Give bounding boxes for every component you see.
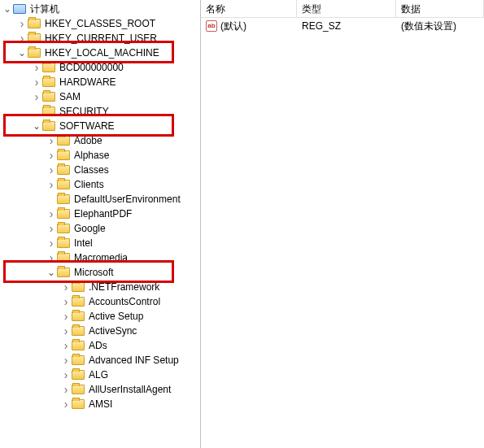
tree-item[interactable]: Microsoft — [0, 265, 200, 280]
tree-item[interactable]: Advanced INF Setup — [0, 353, 200, 368]
tree-item[interactable]: SAM — [0, 89, 200, 104]
tree-item[interactable]: SOFTWARE — [0, 119, 200, 133]
no-arrow — [46, 194, 57, 205]
tree-item[interactable]: ElephantPDF — [0, 207, 200, 221]
column-header-data[interactable]: 数据 — [396, 0, 484, 18]
list-body[interactable]: ab (默认) REG_SZ (数值未设置) — [201, 18, 484, 448]
chevron-right-icon[interactable] — [31, 62, 42, 73]
tree-item-label: ElephantPDF — [73, 207, 132, 221]
tree-item[interactable]: ADs — [0, 338, 200, 353]
chevron-right-icon[interactable] — [60, 369, 72, 381]
tree-root[interactable]: 计算机 — [0, 2, 200, 16]
tree-item[interactable]: AllUserInstallAgent — [0, 382, 200, 397]
tree-item[interactable]: HARDWARE — [0, 75, 200, 89]
tree-item-label: HKEY_CLASSES_ROOT — [44, 16, 155, 31]
tree-item-label: Google — [73, 221, 106, 236]
tree-item[interactable]: AccountsControl — [0, 294, 200, 309]
chevron-right-icon[interactable] — [60, 281, 72, 293]
folder-icon — [57, 224, 70, 233]
tree-item-label: AllUserInstallAgent — [88, 382, 171, 397]
chevron-right-icon[interactable] — [46, 237, 57, 249]
column-header-name[interactable]: 名称 — [201, 0, 297, 18]
computer-icon — [13, 4, 26, 14]
tree-item[interactable]: ActiveSync — [0, 324, 200, 338]
string-value-icon: ab — [206, 20, 217, 32]
tree-item-label: Clients — [73, 177, 104, 192]
folder-icon — [42, 63, 55, 72]
chevron-right-icon[interactable] — [46, 135, 57, 146]
folder-icon — [72, 326, 85, 336]
chevron-right-icon[interactable] — [60, 354, 72, 366]
chevron-down-icon[interactable] — [46, 267, 57, 278]
folder-icon — [72, 355, 85, 365]
list-header: 名称 类型 数据 — [201, 0, 484, 18]
folder-icon — [42, 107, 55, 116]
chevron-right-icon[interactable] — [46, 179, 57, 190]
tree-item-label: Intel — [73, 236, 93, 250]
tree-item-label: SECURITY — [59, 104, 109, 119]
tree-pane[interactable]: 计算机 HKEY_CLASSES_ROOTHKEY_CURRENT_USERHK… — [0, 0, 201, 448]
chevron-right-icon[interactable] — [46, 164, 57, 176]
chevron-right-icon[interactable] — [60, 384, 72, 395]
tree-item-label: AccountsControl — [88, 294, 160, 309]
tree-item[interactable]: .NETFramework — [0, 280, 200, 294]
column-header-type[interactable]: 类型 — [297, 0, 396, 18]
tree-item-label: SOFTWARE — [59, 119, 115, 133]
chevron-down-icon[interactable] — [31, 120, 42, 132]
chevron-right-icon[interactable] — [16, 18, 28, 29]
tree-item-label: .NETFramework — [88, 280, 159, 294]
folder-icon — [57, 238, 70, 248]
list-row[interactable]: ab (默认) REG_SZ (数值未设置) — [201, 18, 484, 34]
tree-item-label: Macromedia — [73, 250, 128, 265]
tree-item[interactable]: BCD00000000 — [0, 60, 200, 75]
chevron-right-icon[interactable] — [46, 252, 57, 263]
folder-icon — [42, 121, 55, 131]
tree-item[interactable]: SECURITY — [0, 104, 200, 119]
chevron-right-icon[interactable] — [60, 325, 72, 337]
chevron-right-icon[interactable] — [60, 311, 72, 322]
list-pane: 名称 类型 数据 ab (默认) REG_SZ (数值未设置) — [201, 0, 484, 448]
tree-item[interactable]: ALG — [0, 368, 200, 382]
tree-item[interactable]: Google — [0, 221, 200, 236]
tree-item[interactable]: Active Setup — [0, 309, 200, 324]
tree-item[interactable]: DefaultUserEnvironment — [0, 192, 200, 207]
tree-item[interactable]: Alphase — [0, 148, 200, 163]
tree-item-label: ADs — [88, 338, 107, 353]
folder-icon — [72, 311, 85, 321]
chevron-right-icon[interactable] — [31, 91, 42, 102]
chevron-right-icon[interactable] — [46, 150, 57, 161]
tree-item-label: BCD00000000 — [59, 60, 124, 75]
value-name: (默认) — [220, 18, 246, 34]
folder-icon — [72, 297, 85, 307]
folder-icon — [57, 180, 70, 189]
chevron-right-icon[interactable] — [16, 33, 28, 44]
chevron-right-icon[interactable] — [31, 76, 42, 88]
tree-item-label: Adobe — [73, 133, 102, 148]
tree-item[interactable]: Adobe — [0, 133, 200, 148]
no-arrow — [31, 106, 42, 117]
folder-icon — [57, 194, 70, 204]
chevron-right-icon[interactable] — [46, 223, 57, 234]
chevron-right-icon[interactable] — [60, 398, 72, 410]
chevron-right-icon[interactable] — [60, 296, 72, 307]
tree-item[interactable]: Macromedia — [0, 250, 200, 265]
chevron-down-icon[interactable] — [2, 3, 13, 15]
chevron-right-icon[interactable] — [60, 340, 72, 351]
tree-item-label: ALG — [88, 368, 108, 382]
folder-icon — [28, 33, 41, 43]
folder-icon — [57, 267, 70, 277]
tree-item[interactable]: Clients — [0, 177, 200, 192]
tree-item[interactable]: HKEY_CURRENT_USER — [0, 31, 200, 46]
folder-icon — [72, 399, 85, 409]
tree-item[interactable]: HKEY_LOCAL_MACHINE — [0, 46, 200, 60]
tree-item-label: ActiveSync — [88, 324, 137, 338]
chevron-right-icon[interactable] — [46, 208, 57, 220]
folder-icon — [57, 253, 70, 263]
chevron-down-icon[interactable] — [16, 47, 28, 59]
tree-item[interactable]: AMSI — [0, 397, 200, 411]
tree-item[interactable]: Intel — [0, 236, 200, 250]
tree-item[interactable]: Classes — [0, 163, 200, 177]
tree-item[interactable]: HKEY_CLASSES_ROOT — [0, 16, 200, 31]
folder-icon — [72, 385, 85, 394]
folder-icon — [57, 165, 70, 175]
